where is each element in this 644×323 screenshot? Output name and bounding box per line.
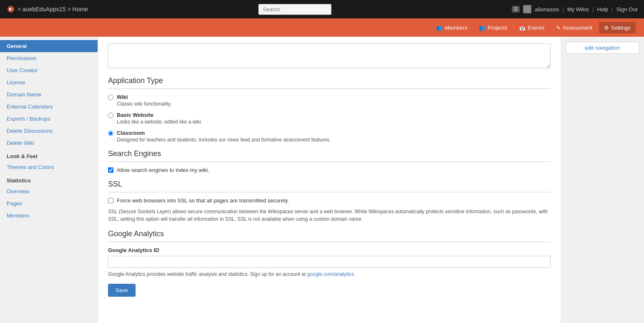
sidebar-item-exports-backups[interactable]: Exports / Backups (0, 113, 98, 125)
sidebar-item-themes-colors[interactable]: Themes and Colors (0, 161, 98, 173)
look-feel-section-label: Look & Feel (0, 149, 98, 161)
radio-basic-website[interactable] (108, 113, 113, 118)
help-link[interactable]: Help (597, 6, 608, 13)
sign-out-link[interactable]: Sign Out (616, 6, 637, 13)
ssl-row: Force web browsers into SSL so that all … (108, 197, 551, 204)
right-panel: edit navigation (561, 37, 644, 323)
sidebar: General Permissions User Creator License… (0, 37, 98, 323)
app-type-radio-group: Wiki Classic wiki functionality. Basic W… (108, 94, 551, 143)
app-type-section-title: Application Type (108, 76, 551, 89)
ssl-description: SSL (Secure Sockets Layer) allows secure… (108, 208, 551, 223)
avatar (523, 5, 531, 13)
radio-basic-website-label: Basic Website (117, 112, 202, 118)
sidebar-item-permissions[interactable]: Permissions (0, 52, 98, 64)
sidebar-item-domain-name[interactable]: Domain Name (0, 88, 98, 101)
google-analytics-section-title: Google Analytics (108, 230, 551, 242)
page-layout: General Permissions User Creator License… (0, 37, 644, 323)
save-button[interactable]: Save (108, 284, 136, 297)
settings-icon: ⚙ (604, 25, 609, 31)
sidebar-item-user-creator[interactable]: User Creator (0, 64, 98, 76)
sidebar-item-delete-wiki[interactable]: Delete Wiki (0, 137, 98, 149)
nav-projects[interactable]: 👥 Projects (474, 22, 512, 33)
search-engines-row: Allow search engines to index my wiki. (108, 167, 551, 173)
ssl-section-title: SSL (108, 180, 551, 192)
google-analytics-link[interactable]: google.com/analytics. (307, 271, 355, 277)
logo-icon (7, 5, 15, 13)
projects-icon: 👥 (479, 25, 486, 31)
radio-classroom-label: Classroom (117, 130, 331, 136)
search-input[interactable] (258, 4, 332, 15)
ssl-label: Force web browsers into SSL so that all … (117, 197, 289, 204)
events-icon: 📅 (519, 25, 526, 31)
nav-members[interactable]: 👥 Members (431, 22, 472, 33)
google-analytics-id-input[interactable] (108, 256, 551, 268)
notification-badge[interactable]: 0 (512, 6, 520, 13)
statistics-section-label: Statistics (0, 173, 98, 185)
google-analytics-desc: Google Analytics provides website traffi… (108, 270, 551, 278)
search-engines-label: Allow search engines to index my wiki. (117, 167, 209, 173)
radio-basic-website-desc: Looks like a website, edited like a wiki… (117, 119, 202, 125)
radio-classroom[interactable] (108, 131, 113, 136)
search-engines-section-title: Search Engines (108, 149, 551, 162)
app-breadcrumb: > auebEduApps15 > Home (18, 6, 88, 13)
main-content: Application Type Wiki Classic wiki funct… (98, 37, 561, 323)
description-textarea[interactable] (108, 43, 551, 68)
radio-wiki[interactable] (108, 95, 113, 100)
search-container (258, 4, 342, 15)
nav-settings[interactable]: ⚙ Settings (599, 22, 636, 33)
username-link[interactable]: a8anassis (535, 6, 559, 13)
assessment-icon: ✎ (556, 25, 561, 31)
radio-wiki-label: Wiki (117, 94, 171, 100)
nav-assessment[interactable]: ✎ Assessment (551, 22, 597, 33)
top-bar-left: > auebEduApps15 > Home (7, 5, 88, 13)
nav-bar: 👥 Members 👥 Projects 📅 Events ✎ Assessme… (0, 18, 644, 37)
radio-option-wiki: Wiki Classic wiki functionality. (108, 94, 551, 107)
sidebar-item-license[interactable]: License (0, 76, 98, 88)
search-engines-checkbox[interactable] (108, 167, 113, 173)
google-analytics-id-label: Google Analytics ID (108, 247, 551, 253)
edit-navigation-button[interactable]: edit navigation (566, 42, 639, 54)
radio-wiki-desc: Classic wiki functionality. (117, 101, 171, 107)
sidebar-item-overview[interactable]: Overview (0, 185, 98, 197)
radio-option-classroom: Classroom Designed for teachers and stud… (108, 130, 551, 143)
sidebar-item-pages[interactable]: Pages (0, 197, 98, 209)
app-logo: > auebEduApps15 > Home (7, 5, 88, 13)
top-bar-right: 0 a8anassis | My Wikis | Help | Sign Out (512, 5, 637, 13)
sidebar-item-general[interactable]: General (0, 40, 98, 52)
radio-classroom-desc: Designed for teachers and students. Incl… (117, 137, 331, 143)
sidebar-item-members[interactable]: Members (0, 209, 98, 222)
my-wikis-link[interactable]: My Wikis (567, 6, 589, 13)
nav-events[interactable]: 📅 Events (514, 22, 549, 33)
ssl-checkbox[interactable] (108, 198, 113, 203)
members-icon: 👥 (436, 25, 443, 31)
sidebar-item-external-calendars[interactable]: External Calendars (0, 101, 98, 113)
top-bar: > auebEduApps15 > Home 0 a8anassis | My … (0, 0, 644, 18)
radio-option-basic-website: Basic Website Looks like a website, edit… (108, 112, 551, 125)
sidebar-item-delete-discussions[interactable]: Delete Discussions (0, 125, 98, 137)
